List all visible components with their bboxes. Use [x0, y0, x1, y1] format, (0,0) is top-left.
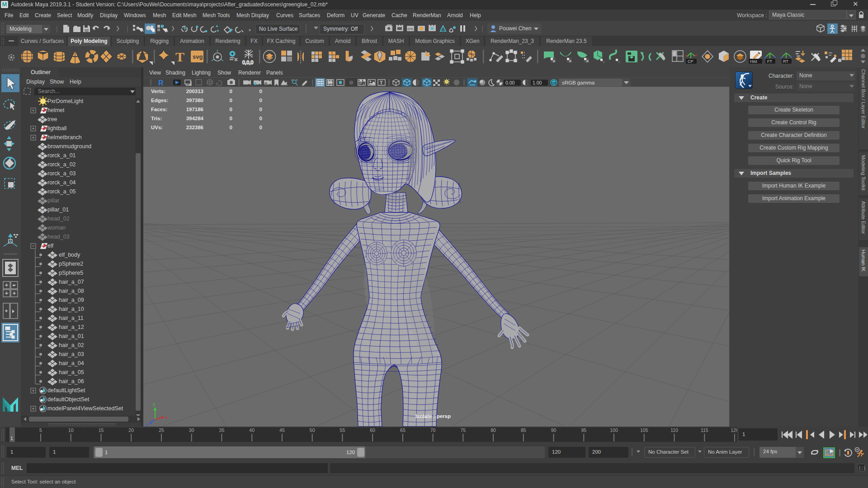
- svg-text:197186: 197186: [186, 107, 203, 112]
- svg-text:hair_a_10: hair_a_10: [59, 306, 84, 312]
- svg-text:Faces:: Faces:: [151, 107, 167, 112]
- svg-text:elf_body: elf_body: [59, 252, 80, 258]
- svg-text:0: 0: [259, 125, 262, 130]
- svg-text:y: y: [153, 402, 155, 407]
- svg-text:hair_a_05: hair_a_05: [59, 369, 84, 375]
- svg-text:hair_a_06: hair_a_06: [59, 378, 84, 385]
- svg-text:pillar_01: pillar_01: [47, 206, 69, 213]
- svg-text:defaultLightSet: defaultLightSet: [47, 387, 85, 394]
- svg-text:brownmudground: brownmudground: [47, 143, 91, 150]
- svg-text:rorck_a_04: rorck_a_04: [47, 179, 76, 186]
- svg-text:394284: 394284: [186, 116, 204, 121]
- svg-text:modelPanel4ViewSelectedSet: modelPanel4ViewSelectedSet: [47, 405, 123, 412]
- svg-text:85: 85: [521, 427, 526, 433]
- svg-text:x: x: [165, 415, 168, 420]
- svg-text:hair_a_11: hair_a_11: [59, 315, 84, 321]
- svg-text:head_03: head_03: [47, 234, 70, 240]
- svg-text:40: 40: [249, 427, 255, 433]
- svg-text:0.00: 0.00: [505, 80, 515, 85]
- svg-text:35: 35: [219, 427, 225, 433]
- svg-text:55: 55: [340, 427, 345, 433]
- svg-text:helmet: helmet: [47, 107, 65, 113]
- svg-text:Hist: Hist: [750, 59, 757, 64]
- svg-text:75: 75: [460, 427, 466, 433]
- svg-text:90: 90: [551, 427, 557, 433]
- svg-text:pSphere5: pSphere5: [59, 270, 83, 276]
- svg-text:30: 30: [189, 427, 194, 433]
- svg-text:rorck_a_02: rorck_a_02: [47, 161, 76, 168]
- svg-text:lightball: lightball: [47, 125, 66, 131]
- svg-text:25: 25: [159, 427, 164, 433]
- svg-text:hair_a_03: hair_a_03: [59, 351, 84, 357]
- svg-text:hair_a_12: hair_a_12: [59, 324, 84, 330]
- svg-text:0: 0: [230, 116, 232, 121]
- svg-text:10: 10: [68, 427, 74, 433]
- svg-text:woman: woman: [47, 225, 66, 231]
- svg-text:Verts:: Verts:: [151, 89, 165, 94]
- svg-text:110: 110: [670, 427, 678, 433]
- svg-text:45: 45: [279, 427, 285, 433]
- svg-text:70: 70: [430, 427, 436, 433]
- svg-text:hair_a_04: hair_a_04: [59, 360, 84, 366]
- svg-text:pSphere2: pSphere2: [59, 261, 83, 267]
- svg-text:CP: CP: [688, 59, 693, 64]
- svg-text:5: 5: [39, 427, 42, 433]
- svg-text:Tris:: Tris:: [151, 116, 162, 121]
- svg-text:105: 105: [640, 427, 648, 433]
- svg-text:20: 20: [128, 427, 134, 433]
- svg-text:RT: RT: [783, 59, 788, 64]
- svg-text:0: 0: [259, 98, 262, 103]
- svg-text:ON: ON: [552, 81, 556, 84]
- svg-text:0: 0: [230, 125, 232, 130]
- svg-text:T: T: [175, 49, 184, 64]
- svg-text:100: 100: [610, 427, 618, 433]
- svg-text:elf: elf: [47, 243, 54, 249]
- svg-text:tree: tree: [47, 116, 57, 122]
- svg-text:1: 1: [10, 436, 13, 441]
- svg-text:397380: 397380: [186, 98, 203, 103]
- svg-text:head_02: head_02: [47, 216, 70, 222]
- svg-text:232386: 232386: [186, 125, 203, 130]
- svg-text:15: 15: [99, 427, 104, 433]
- svg-text:hair_a_02: hair_a_02: [59, 342, 84, 348]
- svg-text:IPR: IPR: [407, 27, 414, 31]
- svg-text:80: 80: [491, 427, 496, 433]
- svg-text:50: 50: [310, 427, 315, 433]
- svg-text:helmetbranch: helmetbranch: [47, 134, 82, 141]
- svg-text:FT: FT: [767, 59, 772, 64]
- svg-text:0: 0: [230, 107, 232, 112]
- svg-text:hair_a_07: hair_a_07: [59, 279, 84, 285]
- svg-text:0: 0: [259, 89, 262, 94]
- svg-text:rorck_a_03: rorck_a_03: [47, 170, 76, 177]
- svg-text:Edges:: Edges:: [151, 98, 168, 103]
- svg-text:115: 115: [701, 427, 708, 433]
- svg-text:65: 65: [400, 427, 406, 433]
- svg-text:R: R: [158, 79, 164, 87]
- svg-text:PxrDomeLight: PxrDomeLight: [47, 98, 84, 104]
- svg-text:200313: 200313: [186, 89, 203, 94]
- svg-text:z: z: [146, 422, 148, 427]
- svg-text:rorck_a_01: rorck_a_01: [47, 152, 76, 159]
- svg-text:hair_a_01: hair_a_01: [59, 333, 84, 339]
- svg-text:0: 0: [259, 116, 262, 121]
- svg-text:sRGB gamma: sRGB gamma: [562, 80, 595, 85]
- svg-text:120: 120: [731, 427, 737, 433]
- svg-text:{;}: {;}: [859, 466, 866, 471]
- svg-text:svg: svg: [193, 53, 203, 60]
- svg-text:0: 0: [259, 107, 262, 112]
- svg-text:rorck_a_05: rorck_a_05: [47, 188, 76, 195]
- svg-text:hair_a_08: hair_a_08: [59, 288, 84, 294]
- svg-text:T: T: [380, 80, 383, 85]
- svg-text:1.00: 1.00: [533, 80, 542, 85]
- svg-text:Isolate : persp: Isolate : persp: [415, 413, 451, 419]
- svg-text:defaultObjectSet: defaultObjectSet: [47, 396, 90, 403]
- svg-text:pillar: pillar: [47, 197, 59, 204]
- svg-text:UVs:: UVs:: [151, 125, 163, 130]
- svg-text:60: 60: [370, 427, 375, 433]
- svg-text:0: 0: [230, 89, 232, 94]
- svg-text:0,0,0: 0,0,0: [242, 60, 253, 65]
- svg-text:hair_a_09: hair_a_09: [59, 297, 84, 303]
- svg-text:0: 0: [230, 98, 232, 103]
- svg-text:95: 95: [581, 427, 586, 433]
